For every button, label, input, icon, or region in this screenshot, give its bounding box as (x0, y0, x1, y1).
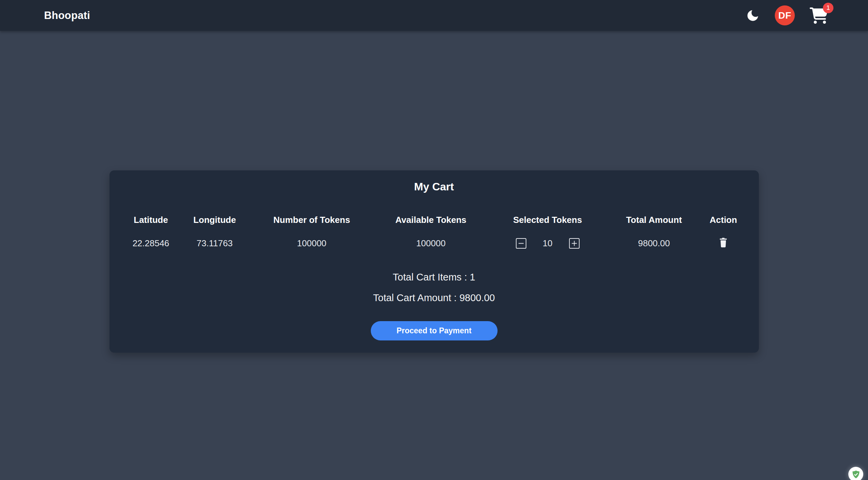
column-header-latitude: Latitude (123, 215, 179, 225)
theme-toggle-button[interactable] (746, 8, 760, 23)
cart-table-row: 22.28546 73.11763 100000 100000 10 (123, 237, 745, 249)
top-navbar: Bhoopati DF 1 (0, 0, 868, 31)
cart-card: My Cart Latitude Longitude Number of Tok… (109, 170, 759, 353)
minus-square-icon (516, 238, 526, 249)
column-header-number-of-tokens: Number of Tokens (250, 215, 373, 225)
delete-cart-item-button[interactable] (719, 237, 728, 248)
trash-icon (719, 237, 728, 248)
plus-square-icon (569, 238, 580, 249)
row-longitude: 73.11763 (179, 238, 250, 249)
row-total-amount: 9800.00 (606, 238, 702, 249)
row-number-of-tokens: 100000 (250, 238, 373, 249)
row-latitude: 22.28546 (123, 238, 179, 249)
increase-tokens-button[interactable] (569, 238, 580, 249)
column-header-longitude: Longitude (179, 215, 250, 225)
cart-button[interactable]: 1 (810, 7, 828, 24)
extension-badge[interactable] (848, 467, 863, 480)
total-cart-items-text: Total Cart Items : 1 (123, 272, 745, 283)
decrease-tokens-button[interactable] (516, 238, 526, 249)
cart-table-header: Latitude Longitude Number of Tokens Avai… (123, 215, 745, 225)
shield-check-icon (851, 470, 861, 479)
selected-tokens-value: 10 (541, 238, 555, 249)
column-header-action: Action (702, 215, 745, 225)
row-available-tokens: 100000 (373, 238, 489, 249)
column-header-selected-tokens: Selected Tokens (489, 215, 606, 225)
main-content: My Cart Latitude Longitude Number of Tok… (0, 170, 868, 353)
column-header-available-tokens: Available Tokens (373, 215, 489, 225)
proceed-to-payment-button[interactable]: Proceed to Payment (371, 321, 498, 340)
column-header-total-amount: Total Amount (606, 215, 702, 225)
token-quantity-stepper: 10 (489, 238, 606, 249)
payment-button-row: Proceed to Payment (123, 321, 745, 340)
total-cart-amount-text: Total Cart Amount : 9800.00 (123, 292, 745, 304)
cart-totals: Total Cart Items : 1 Total Cart Amount :… (123, 272, 745, 304)
page-title: My Cart (123, 181, 745, 193)
moon-icon (746, 8, 760, 23)
page-root: { "navbar": { "brand": "Bhoopati", "avat… (0, 0, 868, 480)
user-avatar[interactable]: DF (775, 5, 795, 25)
row-selected-tokens: 10 (489, 238, 606, 249)
row-action (702, 237, 745, 249)
navbar-actions: DF 1 (746, 5, 828, 25)
brand-logo[interactable]: Bhoopati (44, 9, 90, 22)
cart-count-badge: 1 (823, 3, 833, 13)
